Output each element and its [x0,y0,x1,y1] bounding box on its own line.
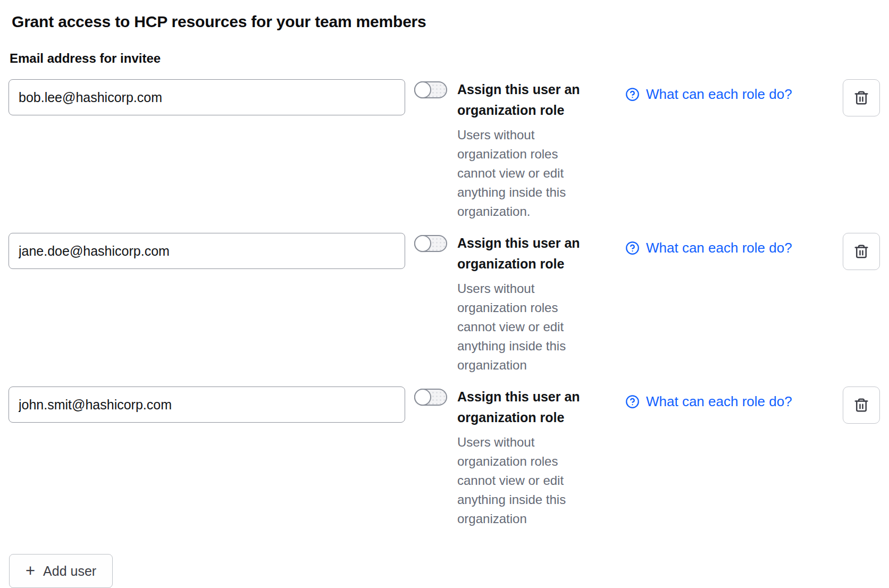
email-column [9,79,405,115]
toggle-knob [414,81,431,98]
role-helper-text: Users without organization roles cannot … [457,279,598,375]
what-can-each-role-do-link[interactable]: What can each role do? [625,393,792,410]
toggle-knob [414,235,431,252]
plus-icon: + [26,562,35,579]
trash-icon [853,243,869,259]
help-circle-icon[interactable] [625,394,640,409]
delete-row-button[interactable] [843,79,880,116]
what-can-each-role-do-link[interactable]: What can each role do? [625,86,792,103]
role-link-label: What can each role do? [646,240,792,256]
help-circle-icon[interactable] [625,241,640,255]
role-link-label: What can each role do? [646,86,792,103]
delete-column [843,79,880,116]
toggle-column [414,387,447,406]
toggle-column [414,79,447,98]
role-helper-text: Users without organization roles cannot … [457,433,598,528]
delete-row-button[interactable] [843,233,880,270]
delete-row-button[interactable] [843,387,880,424]
assign-role-column: Assign this user an organization role Us… [457,79,598,221]
page-title: Grant access to HCP resources for your t… [12,13,880,31]
role-link-column: What can each role do? [625,387,823,411]
assign-role-label: Assign this user an organization role [457,79,598,121]
email-input[interactable] [9,233,405,269]
toggle-knob [414,389,431,406]
add-user-label: Add user [43,564,96,579]
email-address-label: Email address for invitee [10,51,880,66]
role-link-column: What can each role do? [625,79,823,104]
invite-row: Assign this user an organization role Us… [9,79,880,221]
add-user-button[interactable]: + Add user [9,554,113,588]
email-column [9,387,405,423]
delete-column [843,233,880,270]
role-link-label: What can each role do? [646,393,792,410]
org-role-toggle[interactable] [414,81,447,98]
email-input[interactable] [9,387,405,423]
grant-access-form: Grant access to HCP resources for your t… [0,0,889,588]
assign-role-label: Assign this user an organization role [457,387,598,428]
role-helper-text: Users without organization roles cannot … [457,125,598,221]
assign-role-label: Assign this user an organization role [457,233,598,274]
delete-column [843,387,880,424]
org-role-toggle[interactable] [414,235,447,252]
assign-role-column: Assign this user an organization role Us… [457,233,598,375]
role-link-column: What can each role do? [625,233,823,257]
assign-role-column: Assign this user an organization role Us… [457,387,598,528]
trash-icon [853,397,869,413]
trash-icon [853,90,869,106]
what-can-each-role-do-link[interactable]: What can each role do? [625,240,792,256]
email-input[interactable] [9,79,405,115]
invite-row: Assign this user an organization role Us… [9,387,880,528]
help-circle-icon[interactable] [625,87,640,102]
invite-row: Assign this user an organization role Us… [9,233,880,375]
org-role-toggle[interactable] [414,389,447,406]
email-column [9,233,405,269]
toggle-column [414,233,447,252]
